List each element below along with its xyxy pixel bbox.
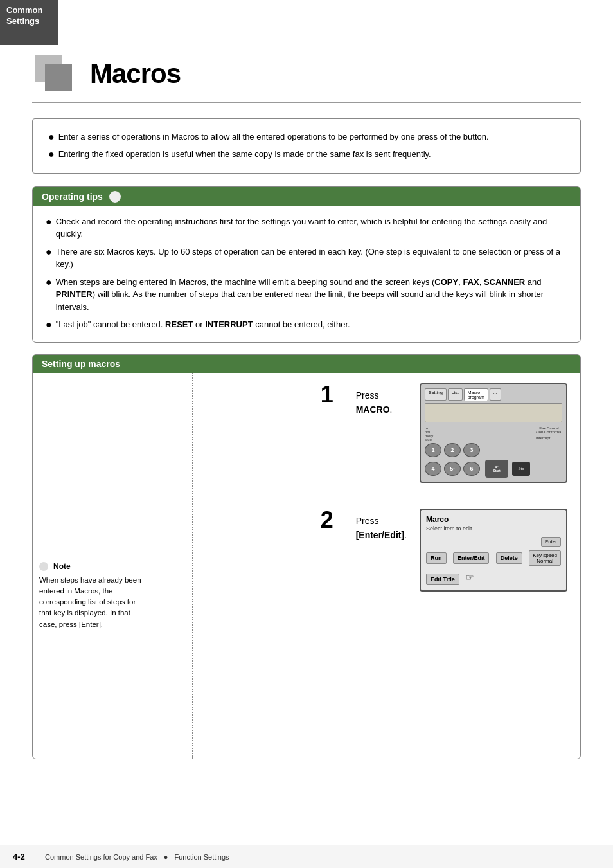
title-icon <box>32 51 77 96</box>
stop-btn: Sto <box>512 462 530 476</box>
header-line1: Common <box>6 5 42 15</box>
marco-top-right: Enter <box>426 537 561 547</box>
btn-3: 3 <box>463 443 480 457</box>
btn-1: 1 <box>425 443 441 457</box>
tip-bullet-3: ● <box>46 276 52 289</box>
step-1-instruction: Press MACRO. <box>356 383 407 417</box>
interrupt-label: Interrupt <box>536 436 562 440</box>
setup-macros-header: Setting up macros <box>33 355 580 373</box>
tip-bullet-4: ● <box>46 318 52 332</box>
edit-title-button: Edit Title <box>426 574 459 585</box>
machine-tabs: Setting List Macroprogram ... <box>425 388 562 401</box>
setup-macros-label: Setting up macros <box>42 359 120 369</box>
step-2-number: 2 <box>321 509 343 532</box>
tip-4: ● "Last job" cannot be entered. RESET or… <box>46 318 567 332</box>
footer-dot: ● <box>164 853 168 861</box>
machine-keypad: rm nni mory slue 1 2 3 <box>425 426 530 478</box>
step-1-image: Setting List Macroprogram ... rm <box>420 383 567 483</box>
tip-bullet-1: ● <box>46 215 52 229</box>
operating-tips-label: Operating tips <box>42 192 103 202</box>
fax-cancel-label: Fax Cancel/Job Conforma. <box>536 426 562 434</box>
delete-button: Delete <box>496 552 522 564</box>
intro-bullet-2: ● Entering the fixed operation is useful… <box>48 148 565 161</box>
marco-subtitle: Select item to edit. <box>426 525 561 532</box>
enter-edit-button: Enter/Edit <box>453 552 490 564</box>
tip-2: ● There are six Macros keys. Up to 60 st… <box>46 246 567 271</box>
btn-6: 6 <box>463 462 480 476</box>
footer-page: 4-2 <box>13 852 39 862</box>
header-circle-icon <box>109 191 121 203</box>
operating-tips-content: ● Check and record the operating instruc… <box>33 206 580 342</box>
page-title: Macros <box>90 59 181 89</box>
machine-display: Setting List Macroprogram ... rm <box>420 383 567 483</box>
tab-more: ... <box>490 388 501 401</box>
setup-content: Note When steps have already been entere… <box>33 373 580 759</box>
marco-btn-row: Run Enter/Edit Delete Key speedNormal <box>426 550 561 566</box>
bullet-icon: ● <box>48 131 55 144</box>
note-box: Note When steps have already been entere… <box>39 562 142 630</box>
run-button: Run <box>426 552 447 564</box>
btn-5: 5· <box>444 462 461 476</box>
tab-setting: Setting <box>425 388 447 401</box>
intro-box: ● Enter a series of operations in Macros… <box>32 118 581 174</box>
right-btns: Fax Cancel/Job Conforma. Interrupt <box>536 426 562 440</box>
tip-3: ● When steps are being entered in Macros… <box>46 276 567 314</box>
intro-bullet-1: ● Enter a series of operations in Macros… <box>48 131 565 144</box>
header-tab: Common Settings <box>0 0 58 45</box>
left-panel: Note When steps have already been entere… <box>33 373 148 759</box>
step-2-image: Marco Select item to edit. Enter Run Ent… <box>420 509 567 592</box>
tip-bullet-2: ● <box>46 246 52 259</box>
btn-2: 2 <box>444 443 461 457</box>
bullet-icon-2: ● <box>48 148 55 161</box>
key-speed-button: Key speedNormal <box>529 550 561 566</box>
note-header: Note <box>39 562 142 571</box>
setup-macros-section: Setting up macros Note When steps have a… <box>32 354 581 759</box>
machine-screen <box>425 403 562 422</box>
dotted-divider <box>192 373 193 759</box>
btn-row-2: 4 5· 6 ⊕• Start <box>425 460 530 478</box>
footer-section: Function Settings <box>175 853 229 861</box>
note-text: When steps have already been entered in … <box>39 575 142 630</box>
icon-square-2 <box>45 64 72 91</box>
title-section: Macros <box>32 51 581 103</box>
tip-1: ● Check and record the operating instruc… <box>46 215 567 240</box>
step-2-instruction: Press [Enter/Edit]. <box>356 509 407 543</box>
operating-tips-section: Operating tips ● Check and record the op… <box>32 186 581 343</box>
step-1-number: 1 <box>321 383 343 406</box>
header-line2: Settings <box>6 16 39 26</box>
tab-list: List <box>448 388 463 401</box>
note-label: Note <box>53 562 71 571</box>
step-1-row: 1 Press MACRO. Setting List Macroprogram… <box>321 383 567 483</box>
marco-screen: Marco Select item to edit. Enter Run Ent… <box>420 509 567 592</box>
step-2-row: 2 Press [Enter/Edit]. Marco Select item … <box>321 509 567 592</box>
marco-title: Marco <box>426 515 561 524</box>
btn-row-1: 1 2 3 <box>425 443 530 457</box>
steps-panel: 1 Press MACRO. Setting List Macroprogram… <box>308 373 580 759</box>
start-btn: ⊕• Start <box>485 460 508 478</box>
tab-macro-program: Macroprogram <box>464 388 488 401</box>
operating-tips-header: Operating tips <box>33 187 580 206</box>
main-content: Macros ● Enter a series of operations in… <box>0 0 613 797</box>
footer: 4-2 Common Settings for Copy and Fax ● F… <box>0 845 613 868</box>
btn-4: 4 <box>425 462 441 476</box>
marco-enter-button: Enter <box>541 537 561 547</box>
note-circle-icon <box>39 562 48 571</box>
cursor-icon: ☞ <box>466 572 474 583</box>
footer-text: Common Settings for Copy and Fax <box>45 853 157 861</box>
